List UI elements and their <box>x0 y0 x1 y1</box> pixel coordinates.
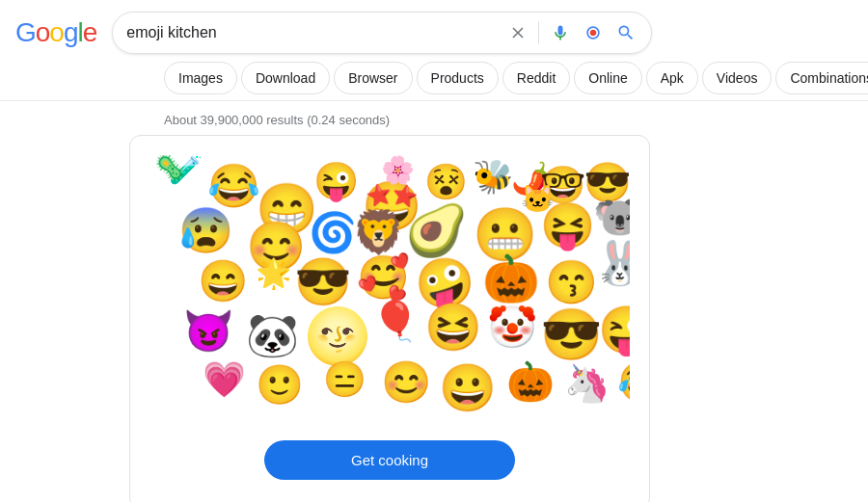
emoji-item: 😜 <box>313 163 359 199</box>
logo-o1: o <box>36 17 50 48</box>
lens-button[interactable] <box>582 21 605 44</box>
emoji-item: 🌟 <box>256 259 291 288</box>
logo-g2: g <box>64 17 78 48</box>
emoji-item: 💗 <box>203 362 246 397</box>
emoji-item: 🦠 <box>154 155 185 180</box>
voice-search-button[interactable] <box>549 21 572 44</box>
get-cooking-button[interactable]: Get cooking <box>264 440 515 480</box>
search-icon-group <box>507 21 637 44</box>
emoji-item: 🐰 <box>593 242 630 284</box>
emoji-item: 😬 <box>473 208 537 260</box>
emoji-item: 😀 <box>439 365 497 411</box>
emoji-item: 🦁 <box>352 211 405 253</box>
tab-reddit[interactable]: Reddit <box>502 62 570 94</box>
emoji-item: 🤪 <box>415 259 475 307</box>
emoji-collage: 😂😁😜🤩😵🐝🌶️🤓😎🎂😰😊🌀🦁🥑😬😝🐨😲😄🌟😎🥰🤪🎃😙🐰😛😈🐼🌝🎈😆🤡😎😜😄💗🙂… <box>149 155 630 425</box>
emoji-item: 🎃 <box>506 362 555 401</box>
emoji-item: 😙 <box>545 261 598 304</box>
microphone-icon <box>551 23 570 42</box>
emoji-item: 🐨 <box>593 196 630 238</box>
emoji-kitchen-card-wrapper: 😂😁😜🤩😵🐝🌶️🤓😎🎂😰😊🌀🦁🥑😬😝🐨😲😄🌟😎🥰🤪🎃😙🐰😛😈🐼🌝🎈😆🤡😎😜😄💗🙂… <box>0 135 868 502</box>
tab-download[interactable]: Download <box>241 62 330 94</box>
tab-images[interactable]: Images <box>164 62 237 94</box>
emoji-item: 😎 <box>294 259 352 305</box>
emoji-item: 🙂 <box>256 365 304 404</box>
google-logo[interactable]: G o o g l e <box>15 17 96 48</box>
tab-videos[interactable]: Videos <box>702 62 773 94</box>
emoji-item: 🌝 <box>304 309 371 363</box>
emoji-item: 😊 <box>381 362 431 403</box>
tab-products[interactable]: Products <box>417 62 499 94</box>
emoji-item: 🎈 <box>371 302 420 340</box>
lens-icon <box>583 23 603 42</box>
emoji-item: 😜 <box>598 307 630 354</box>
emoji-item: 🎂 <box>627 160 630 195</box>
close-icon <box>509 24 527 41</box>
logo-e: e <box>83 17 97 48</box>
emoji-item: 🥑 <box>405 205 468 255</box>
emoji-item: 😂 <box>617 362 630 403</box>
emoji-item: 🎃 <box>482 256 540 303</box>
tab-combinations[interactable]: Combinations <box>775 62 868 94</box>
logo-g: G <box>15 17 36 48</box>
emoji-kitchen-card: 😂😁😜🤩😵🐝🌶️🤓😎🎂😰😊🌀🦁🥑😬😝🐨😲😄🌟😎🥰🤪🎃😙🐰😛😈🐼🌝🎈😆🤡😎😜😄💗🙂… <box>129 135 650 502</box>
emoji-item: 😑 <box>323 362 366 397</box>
emoji-item: 🐱 <box>521 186 555 213</box>
emoji-item: 🌸 <box>381 157 415 184</box>
tab-browser[interactable]: Browser <box>334 62 412 94</box>
search-button[interactable] <box>614 21 637 44</box>
emoji-item: 🤡 <box>487 307 537 348</box>
results-info: About 39,900,000 results (0.24 seconds) <box>0 101 868 135</box>
emoji-item: 🐝 <box>473 160 513 193</box>
search-bar <box>112 12 652 54</box>
tab-apk[interactable]: Apk <box>646 62 698 94</box>
emoji-item: 😎 <box>540 309 603 359</box>
emoji-item: 🐼 <box>246 314 299 357</box>
filter-bar: Images Download Browser Products Reddit … <box>0 54 868 101</box>
emoji-item: 😵 <box>424 165 468 199</box>
emoji-item: 😈 <box>183 311 233 352</box>
emoji-item: 😂 <box>207 165 260 207</box>
emoji-item: 🌀 <box>309 213 357 251</box>
tab-online[interactable]: Online <box>574 62 641 94</box>
logo-o2: o <box>49 17 64 48</box>
emoji-item: 🦄 <box>564 365 610 402</box>
search-divider <box>538 21 539 44</box>
clear-button[interactable] <box>507 22 529 43</box>
search-icon <box>616 23 636 42</box>
emoji-item: 🥰 <box>357 256 410 299</box>
header: G o o g l e <box>0 0 868 54</box>
emoji-item: 😰 <box>178 208 233 252</box>
emoji-item: 😄 <box>198 261 248 302</box>
emoji-item: 😆 <box>424 304 482 351</box>
search-input[interactable] <box>126 24 500 41</box>
